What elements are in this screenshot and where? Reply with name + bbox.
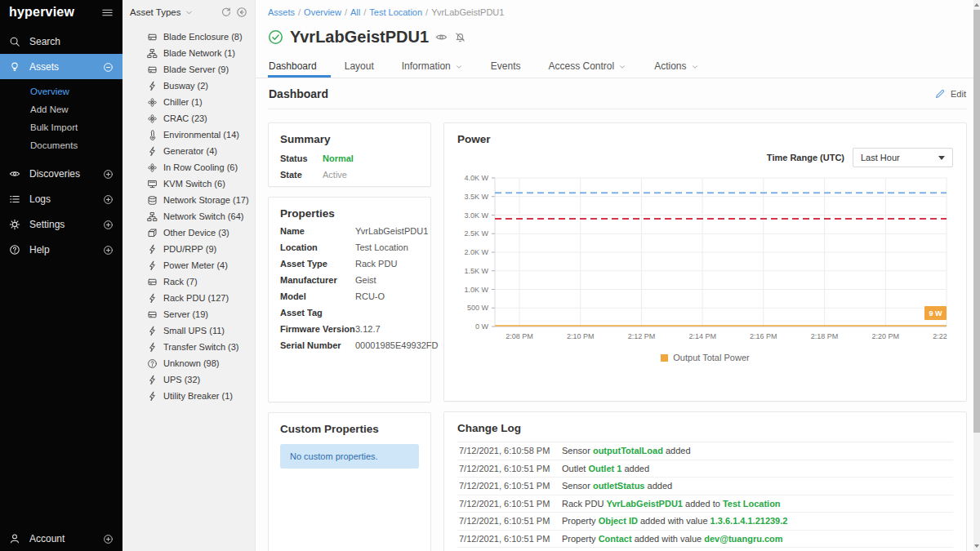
- bolt-icon: [147, 80, 158, 91]
- change-log-message: Sensor outputTotalLoad added: [562, 446, 691, 455]
- asset-type-item-rack[interactable]: Rack (7): [122, 273, 255, 290]
- scrollbar-down-arrow[interactable]: [974, 544, 979, 548]
- asset-type-label: Rack (7): [163, 277, 198, 287]
- asset-type-item-network-storage[interactable]: Network Storage (17): [122, 192, 255, 208]
- change-log-message: Property Contact added with value dev@tu…: [562, 534, 783, 544]
- property-label: Firmware Version: [280, 323, 355, 335]
- asset-type-item-transfer-switch[interactable]: Transfer Switch (3): [122, 339, 255, 355]
- property-value: Geist: [355, 274, 376, 287]
- tab-access-control[interactable]: Access Control: [534, 56, 640, 78]
- asset-type-item-chiller[interactable]: Chiller (1): [122, 94, 255, 110]
- property-label: Asset Tag: [280, 307, 355, 319]
- pencil-icon: [934, 88, 946, 100]
- sidebar-subitem-overview[interactable]: Overview: [0, 82, 122, 100]
- asset-type-item-environmental[interactable]: Environmental (14): [122, 127, 255, 143]
- breadcrumb-link-all[interactable]: All: [350, 7, 360, 17]
- sidebar-subitem-documents[interactable]: Documents: [0, 136, 122, 154]
- breadcrumb-link-assets[interactable]: Assets: [268, 7, 295, 17]
- asset-type-label: Blade Network (1): [163, 48, 235, 58]
- sidebar-item-discoveries[interactable]: Discoveries: [0, 161, 122, 186]
- property-label: Model: [280, 291, 355, 303]
- expand-plus-icon[interactable]: [103, 243, 114, 255]
- asset-types-dropdown[interactable]: Asset Types: [130, 7, 180, 17]
- change-log-timestamp: 7/12/2021, 6:10:51 PM: [457, 499, 562, 509]
- expand-plus-icon[interactable]: [103, 167, 114, 179]
- asset-type-item-kvm-switch[interactable]: KVM Switch (6): [122, 176, 255, 192]
- tab-label: Events: [491, 60, 521, 72]
- chart-legend: Output Total Power: [457, 353, 953, 362]
- sidebar-item-assets[interactable]: Assets: [0, 54, 122, 79]
- asset-type-item-server[interactable]: Server (19): [122, 306, 255, 322]
- property-row: Serial Number00001985E49932FD: [280, 340, 419, 352]
- power-title: Power: [457, 133, 953, 145]
- asset-type-item-small-ups[interactable]: Small UPS (11): [122, 322, 255, 339]
- scrollbar-up-arrow[interactable]: [974, 3, 979, 7]
- tab-layout[interactable]: Layout: [331, 56, 388, 78]
- change-log-timestamp: 7/12/2021, 6:10:51 PM: [457, 516, 562, 526]
- sidebar-item-settings[interactable]: Settings: [0, 211, 122, 237]
- time-range-select[interactable]: Last Hour: [853, 148, 953, 167]
- edit-button[interactable]: Edit: [934, 88, 966, 100]
- scrollbar-thumb[interactable]: [973, 10, 980, 433]
- expand-plus-icon[interactable]: [103, 193, 114, 204]
- asset-type-item-utility-breaker[interactable]: Utility Breaker (1): [122, 388, 255, 404]
- collapse-panel-icon[interactable]: [236, 7, 247, 18]
- svg-text:2:12 PM: 2:12 PM: [628, 332, 656, 340]
- property-label: Location: [280, 242, 355, 254]
- asset-type-item-network-switch[interactable]: Network Switch (64): [122, 208, 255, 224]
- asset-type-item-ups[interactable]: UPS (32): [122, 371, 255, 388]
- asset-type-item-power-meter[interactable]: Power Meter (4): [122, 257, 255, 273]
- property-label: Manufacturer: [280, 274, 355, 287]
- asset-type-item-blade-network[interactable]: Blade Network (1): [122, 45, 255, 61]
- breadcrumb-link-overview[interactable]: Overview: [304, 7, 341, 17]
- property-row: Firmware Version3.12.7: [280, 323, 419, 335]
- expand-plus-icon[interactable]: [103, 218, 114, 229]
- collapse-minus-icon[interactable]: [103, 60, 114, 72]
- asset-type-item-pdu-rpp[interactable]: PDU/RPP (9): [122, 241, 255, 257]
- tab-label: Layout: [345, 60, 374, 72]
- storage-icon: [147, 194, 158, 206]
- sidebar-item-account[interactable]: Account: [0, 526, 122, 551]
- summary-status-label: Status: [280, 153, 323, 165]
- eye-icon[interactable]: [435, 31, 448, 43]
- hamburger-menu-icon[interactable]: [101, 7, 114, 19]
- breadcrumb-link-test-location[interactable]: Test Location: [369, 7, 422, 17]
- property-value: YvrLabGeistPDU1: [355, 225, 428, 238]
- section-heading: Dashboard: [269, 87, 328, 100]
- asset-type-item-blade-server[interactable]: Blade Server (9): [122, 61, 255, 78]
- no-custom-properties-message: No custom properties.: [280, 444, 419, 469]
- tab-label: Access Control: [548, 60, 614, 72]
- asset-type-label: Transfer Switch (3): [163, 342, 239, 352]
- change-log-row: 7/12/2021, 6:10:51 PMRack PDU YvrLabGeis…: [457, 495, 953, 513]
- sidebar-subitem-bulk-import[interactable]: Bulk Import: [0, 118, 122, 136]
- chevron-down-icon[interactable]: [185, 7, 194, 18]
- expand-plus-icon[interactable]: [103, 532, 114, 544]
- tab-events[interactable]: Events: [477, 56, 535, 78]
- tab-actions[interactable]: Actions: [640, 56, 712, 78]
- asset-type-item-unknown[interactable]: Unknown (98): [122, 355, 255, 371]
- asset-type-item-generator[interactable]: Generator (4): [122, 143, 255, 159]
- asset-type-item-busway[interactable]: Busway (2): [122, 78, 255, 94]
- bolt-icon: [147, 374, 158, 385]
- asset-type-item-rack-pdu[interactable]: Rack PDU (127): [122, 290, 255, 306]
- asset-type-item-in-row-cooling[interactable]: In Row Cooling (6): [122, 159, 255, 176]
- svg-text:3.5K W: 3.5K W: [464, 193, 488, 201]
- change-log-row: 7/12/2021, 6:10:51 PMProperty Contact ad…: [457, 531, 953, 549]
- main-content: Assets/Overview/All/Test Location/YvrLab…: [256, 0, 980, 551]
- tab-label: Actions: [654, 60, 686, 72]
- sidebar-item-help[interactable]: Help: [0, 237, 122, 262]
- box-icon: [147, 227, 158, 238]
- bell-muted-icon[interactable]: [454, 31, 466, 43]
- asset-type-item-other-device[interactable]: Other Device (3): [122, 224, 255, 241]
- tab-information[interactable]: Information: [388, 56, 477, 78]
- bolt-icon: [147, 260, 158, 271]
- asset-type-item-blade-enclosure[interactable]: Blade Enclosure (8): [122, 29, 255, 45]
- tab-dashboard[interactable]: Dashboard: [268, 56, 331, 78]
- asset-type-item-crac[interactable]: CRAC (23): [122, 110, 255, 127]
- sidebar-item-search[interactable]: Search: [0, 29, 122, 54]
- sidebar-item-logs[interactable]: Logs: [0, 186, 122, 211]
- asset-type-label: Chiller (1): [163, 97, 203, 107]
- sidebar-subitem-add-new[interactable]: Add New: [0, 100, 122, 118]
- thermometer-icon: [147, 129, 158, 140]
- refresh-icon[interactable]: [220, 7, 232, 18]
